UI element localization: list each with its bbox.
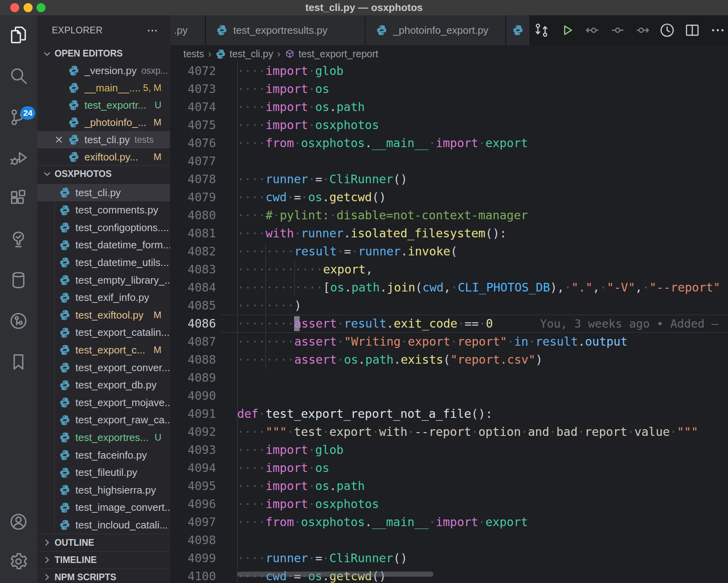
test-explorer-icon[interactable] xyxy=(8,229,29,249)
horizontal-scrollbar[interactable] xyxy=(237,572,434,577)
breadcrumb-item-test_clipy[interactable]: test_cli.py xyxy=(215,48,273,60)
code-line-4072[interactable]: 4072····import·glob xyxy=(170,62,728,80)
code-line-4078[interactable]: 4078····runner·=·CliRunner() xyxy=(170,170,728,188)
code-line-4095[interactable]: 4095····import·os.path xyxy=(170,477,728,495)
compare-changes-icon[interactable] xyxy=(533,22,550,39)
code-line-4076[interactable]: 4076····from·osxphotos.__main__·import·e… xyxy=(170,134,728,152)
line-number: 4081 xyxy=(170,224,216,242)
tree-item-test_export_conver[interactable]: test_export_conver... xyxy=(37,359,170,376)
account-icon[interactable] xyxy=(8,512,29,532)
breadcrumb-item-test_export_report[interactable]: test_export_report xyxy=(284,48,378,60)
code-line-4074[interactable]: 4074····import·os.path xyxy=(170,98,728,116)
tree-item-test_exportres[interactable]: test_exportres...U xyxy=(37,429,170,446)
open-editors-header[interactable]: OPEN EDITORS xyxy=(37,45,170,62)
line-number: 4091 xyxy=(170,405,216,423)
code-line-4079[interactable]: 4079····cwd·=·os.getcwd() xyxy=(170,188,728,206)
tree-item-test_export_dbpy[interactable]: test_export_db.py xyxy=(37,377,170,394)
tree-item-test_commentspy[interactable]: test_comments.py xyxy=(37,202,170,219)
history-icon[interactable] xyxy=(658,22,676,39)
record-icon[interactable] xyxy=(609,22,626,39)
tree-item-test_fileutilpy[interactable]: test_fileutil.py xyxy=(37,464,170,481)
tree-item-test_faceinfopy[interactable]: test_faceinfo.py xyxy=(37,446,170,464)
tree-item-test_export_c[interactable]: test_export_c...M xyxy=(37,341,170,359)
gitlens-icon[interactable] xyxy=(8,311,29,331)
step-back-icon[interactable] xyxy=(583,22,601,39)
files-icon[interactable] xyxy=(8,25,29,45)
code-line-4099[interactable]: 4099····runner·=·CliRunner() xyxy=(170,549,728,567)
maximize-window-button[interactable] xyxy=(37,3,46,12)
code-line-4082[interactable]: 4082········result·=·runner.invoke( xyxy=(170,242,728,261)
section-timeline[interactable]: TIMELINE xyxy=(37,551,170,568)
code-line-4093[interactable]: 4093····import·glob xyxy=(170,441,728,459)
tree-item-test_exiftoolpy[interactable]: test_exiftool.pyM xyxy=(37,306,170,324)
more-actions-icon[interactable] xyxy=(709,22,726,39)
code-line-4089[interactable]: 4089 xyxy=(170,369,728,387)
section-npm-scripts[interactable]: NPM SCRIPTS xyxy=(37,568,170,583)
tree-item-test_incloud_catali[interactable]: test_incloud_catali... xyxy=(37,516,170,534)
extensions-icon[interactable] xyxy=(8,188,29,209)
code-line-4077[interactable]: 4077 xyxy=(170,152,728,170)
bookmarks-icon[interactable] xyxy=(8,352,29,372)
run-debug-icon[interactable] xyxy=(8,148,29,168)
explorer-more-actions-icon[interactable] xyxy=(146,24,159,37)
settings-icon[interactable] xyxy=(8,551,29,572)
run-icon[interactable] xyxy=(558,22,576,39)
code-line-4092[interactable]: 4092····"""·test·export·with·--report·op… xyxy=(170,423,728,441)
step-forward-icon[interactable] xyxy=(634,22,651,39)
close-icon[interactable] xyxy=(54,135,64,145)
code-line-4075[interactable]: 4075····import·osxphotos xyxy=(170,116,728,134)
code-line-4085[interactable]: 4085········) xyxy=(170,297,728,315)
code-line-4096[interactable]: 4096····import·osxphotos xyxy=(170,495,728,513)
tree-item-test_clipy[interactable]: test_cli.py xyxy=(37,184,170,201)
tree-item-test_export_catalin[interactable]: test_export_catalin... xyxy=(37,324,170,341)
python-file-icon xyxy=(59,292,71,304)
code-line-4084[interactable]: 4084············[os.path.join(cwd,·CLI_P… xyxy=(170,279,728,297)
tree-item-test_image_convert[interactable]: test_image_convert... xyxy=(37,499,170,516)
code-line-4086[interactable]: 4086········assert·result.exit_code·==·0… xyxy=(170,315,728,333)
source-control-icon[interactable]: 24 xyxy=(8,107,29,128)
python-file-icon xyxy=(68,99,80,111)
window-title: test_cli.py — osxphotos xyxy=(305,2,423,14)
editor-tab-test_exportresultspy[interactable]: test_exportresults.py xyxy=(206,15,366,45)
code-line-4080[interactable]: 4080····#·pylint:·disable=not-context-ma… xyxy=(170,206,728,224)
chevron-down-icon xyxy=(42,49,52,59)
code-area[interactable]: 4072····import·glob4073····import·os4074… xyxy=(170,62,728,583)
code-line-4081[interactable]: 4081····with·runner.isolated_filesystem(… xyxy=(170,224,728,242)
tree-item-test_datetime_utils[interactable]: test_datetime_utils.... xyxy=(37,254,170,271)
minimize-window-button[interactable] xyxy=(24,3,33,12)
editor-tab-active[interactable] xyxy=(506,15,529,45)
editor-tab-_photoinfo_exportpy[interactable]: _photoinfo_export.py xyxy=(366,15,506,45)
split-editor-icon[interactable] xyxy=(684,22,701,39)
editor-tab-py[interactable]: .py xyxy=(170,15,206,45)
tree-item-test_configoptions[interactable]: test_configoptions.... xyxy=(37,219,170,236)
code-line-4087[interactable]: 4087········assert·"Writing·export·repor… xyxy=(170,333,728,351)
code-line-4088[interactable]: 4088········assert·os.path.exists("repor… xyxy=(170,351,728,369)
tree-item-test_export_raw_ca[interactable]: test_export_raw_ca... xyxy=(37,412,170,429)
code-line-4097[interactable]: 4097····from·osxphotos.__main__·import·e… xyxy=(170,513,728,531)
open-editor-item[interactable]: test_exportr...U xyxy=(37,97,170,114)
open-editor-item[interactable]: _version.pyosxp... xyxy=(37,62,170,79)
line-number: 4099 xyxy=(170,549,216,567)
open-editor-item[interactable]: __main__....5, M xyxy=(37,79,170,97)
editor-tab-bar: .pytest_exportresults.py_photoinfo_expor… xyxy=(170,15,728,45)
section-outline[interactable]: OUTLINE xyxy=(37,534,170,551)
code-line-4083[interactable]: 4083············export, xyxy=(170,261,728,279)
open-editor-item[interactable]: test_cli.pytests xyxy=(37,131,170,148)
code-line-4073[interactable]: 4073····import·os xyxy=(170,80,728,98)
database-icon[interactable] xyxy=(8,270,29,290)
code-line-4091[interactable]: 4091def·test_export_report_not_a_file(): xyxy=(170,405,728,423)
tree-item-test_export_mojave[interactable]: test_export_mojave... xyxy=(37,394,170,411)
tree-item-test_datetime_form[interactable]: test_datetime_form... xyxy=(37,237,170,254)
tree-item-test_exif_infopy[interactable]: test_exif_info.py xyxy=(37,289,170,306)
project-section-header[interactable]: OSXPHOTOS xyxy=(37,165,170,182)
breadcrumb-item-tests[interactable]: tests xyxy=(183,48,204,60)
tree-item-test_empty_library_[interactable]: test_empty_library_... xyxy=(37,271,170,289)
code-line-4090[interactable]: 4090 xyxy=(170,387,728,405)
tree-item-test_highsierrapy[interactable]: test_highsierra.py xyxy=(37,481,170,499)
code-line-4094[interactable]: 4094····import·os xyxy=(170,459,728,477)
open-editor-item[interactable]: _photoinfo_...M xyxy=(37,114,170,131)
code-line-4098[interactable]: 4098 xyxy=(170,531,728,549)
open-editor-item[interactable]: exiftool.py...M xyxy=(37,148,170,166)
close-window-button[interactable] xyxy=(10,3,19,12)
search-icon[interactable] xyxy=(8,66,29,86)
